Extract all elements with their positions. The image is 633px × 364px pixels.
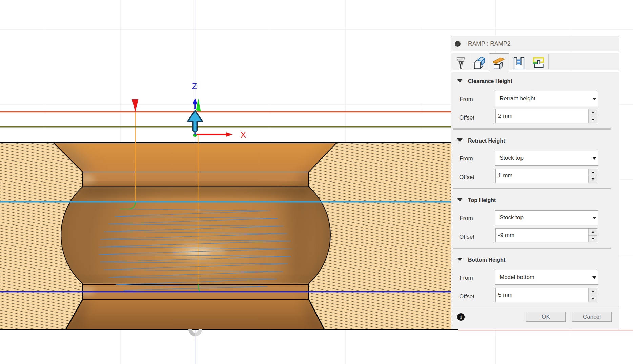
svg-text:X: X [241,130,246,140]
svg-text:Z: Z [192,82,197,91]
